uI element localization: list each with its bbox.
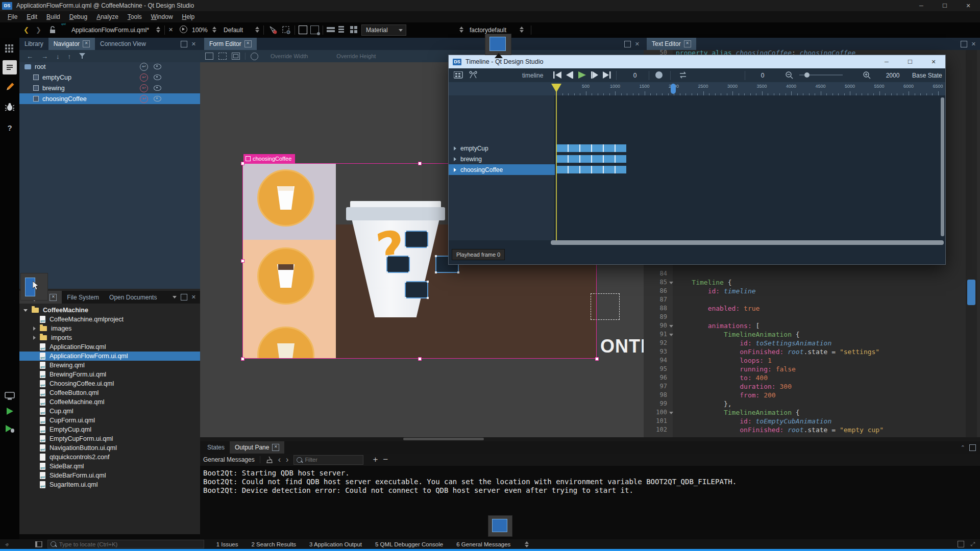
zoom-level[interactable]: 100% [192, 27, 208, 34]
collapsed-arrow-icon[interactable] [454, 146, 456, 151]
close-document-icon[interactable]: ✕ [168, 27, 173, 33]
preview-icon[interactable] [180, 26, 187, 33]
track-choosingCoffee[interactable]: choosingCoffee [449, 164, 555, 175]
collapsed-arrow-icon[interactable] [33, 336, 36, 340]
float-panel-icon[interactable] [181, 294, 187, 300]
export-icon[interactable]: ↩ [140, 73, 148, 82]
float-panel-icon[interactable] [624, 41, 631, 47]
clear-icon[interactable] [265, 456, 273, 464]
locator-input[interactable]: Type to locate (Ctrl+K) [47, 540, 204, 548]
tab-output-pane[interactable]: Output Pane✕ [230, 441, 284, 454]
no-snapping-icon[interactable] [205, 53, 213, 60]
close-icon[interactable]: ✕ [50, 294, 57, 301]
tab-open-documents[interactable]: Open Documents [104, 291, 162, 304]
selection-handle[interactable] [418, 162, 422, 165]
help-icon[interactable]: ? [3, 120, 17, 135]
columns-icon[interactable] [327, 26, 335, 33]
debug-bug-icon[interactable] [3, 100, 17, 114]
tab-form-editor[interactable]: Form Editor✕ [204, 38, 257, 50]
project-file-EmptyCup.qml[interactable]: EmptyCup.qml [19, 425, 200, 434]
selection-handle[interactable] [241, 357, 244, 361]
project-file-SideBarForm.ui.qml[interactable]: SideBarForm.ui.qml [19, 471, 200, 480]
project-file-images[interactable]: images [19, 324, 200, 333]
welcome-grid-icon[interactable] [3, 42, 17, 56]
progress-details-icon[interactable]: » [3, 540, 11, 548]
timeline-name[interactable]: timeline [522, 72, 543, 79]
project-file-SideBar.qml[interactable]: SideBar.qml [19, 462, 200, 471]
editor-scrollbar[interactable] [966, 50, 977, 437]
canvas-hscrollbar[interactable] [200, 437, 980, 441]
selection-handle[interactable] [241, 259, 244, 263]
keyframe-bar[interactable] [556, 155, 626, 163]
snap-margins-icon[interactable] [232, 53, 240, 60]
zoom-out-icon[interactable] [786, 71, 793, 79]
navigator-row-brewing[interactable]: brewing ↩ [19, 83, 200, 93]
lock-icon[interactable] [49, 26, 56, 34]
minimize-icon[interactable]: ─ [875, 56, 898, 67]
track-brewing[interactable]: brewing [449, 154, 555, 164]
timeline-vscrollbar[interactable] [941, 97, 944, 236]
menu-file[interactable]: File [3, 12, 22, 21]
expand-output-icon[interactable]: ⤢ [970, 541, 975, 547]
kit-stepper[interactable] [459, 27, 463, 33]
curve-editor-icon[interactable] [469, 71, 478, 79]
bounding-rect-icon[interactable] [299, 26, 307, 34]
keyframe-bar[interactable] [556, 144, 626, 152]
project-file-SugarItem.ui.qml[interactable]: SugarItem.ui.qml [19, 480, 200, 489]
tab-states[interactable]: States [202, 441, 230, 454]
navigator-row-root[interactable]: root ↩ [19, 61, 200, 72]
export-icon[interactable]: ↩ [140, 63, 148, 71]
hscrollbar-handle[interactable] [403, 438, 484, 440]
selection-handle[interactable] [241, 162, 244, 165]
close-panel-icon[interactable]: ✕ [191, 294, 196, 300]
pane-button-6-general-messages[interactable]: 6 General Messages [456, 541, 510, 547]
zoom-in-icon[interactable] [863, 71, 871, 79]
close-icon[interactable]: ✕ [272, 444, 279, 451]
fold-arrow-icon[interactable] [669, 334, 673, 336]
next-item-icon[interactable]: › [286, 455, 288, 464]
close-icon[interactable]: ✕ [684, 40, 691, 47]
end-frame-field[interactable]: 2000 [883, 72, 903, 79]
export-icon[interactable]: ↩ [140, 84, 148, 92]
tab-connection-view[interactable]: Connection View [95, 38, 151, 50]
project-file-ChoosingCoffee.ui.qml[interactable]: ChoosingCoffee.ui.qml [19, 379, 200, 388]
end-marker[interactable] [671, 84, 676, 94]
device-monitor-icon[interactable] [3, 389, 17, 403]
snap-rect-icon[interactable] [310, 26, 319, 34]
pane-stepper[interactable] [525, 541, 529, 547]
toggle-sidebar-icon[interactable] [35, 541, 42, 547]
zoom-out-icon[interactable]: − [383, 455, 388, 465]
visibility-eye-icon[interactable] [154, 74, 161, 80]
selection-handle[interactable] [418, 357, 422, 361]
minimize-icon[interactable]: ─ [910, 0, 933, 11]
close-icon[interactable]: ✕ [244, 40, 252, 47]
float-panel-icon[interactable] [969, 444, 976, 451]
timeline-ruler[interactable]: 5001000150020002500300035004000450050005… [449, 82, 945, 95]
grid-layout-icon[interactable] [350, 26, 358, 33]
close-icon[interactable]: ✕ [83, 40, 90, 47]
play-icon[interactable] [578, 71, 586, 79]
project-file-qtquickcontrols2.conf[interactable]: qtquickcontrols2.conf [19, 453, 200, 462]
timeline-window[interactable]: DS Timeline - Qt Design Studio ─ ☐ ✕ tim… [448, 55, 946, 265]
maximize-icon[interactable]: ☐ [898, 56, 922, 67]
current-document[interactable]: ApplicationFlowForm.ui.qml* [71, 27, 149, 34]
timeline-hscrollbar[interactable] [551, 240, 944, 245]
visibility-eye-icon[interactable] [154, 85, 161, 91]
navigator-row-emptyCup[interactable]: emptyCup ↩ [19, 72, 200, 83]
close-panel-icon[interactable]: ✕ [971, 41, 976, 47]
tab-navigator[interactable]: Navigator✕ [48, 38, 95, 50]
zoom-slider[interactable] [799, 74, 843, 76]
progress-icon[interactable] [958, 541, 964, 547]
float-panel-icon[interactable] [961, 41, 967, 47]
navigator-row-choosingCoffee[interactable]: choosingCoffee ↩ [19, 93, 200, 104]
project-file-ApplicationFlow.qml[interactable]: ApplicationFlow.qml [19, 342, 200, 352]
menu-build[interactable]: Build [42, 12, 65, 21]
close-icon[interactable]: ✕ [957, 0, 980, 11]
project-file-NavigationButton.ui.qml[interactable]: NavigationButton.ui.qml [19, 443, 200, 453]
prev-frame-icon[interactable] [566, 71, 573, 79]
edit-mode-icon[interactable] [3, 60, 17, 74]
current-frame-field[interactable]: 0 [625, 72, 645, 79]
tab-library[interactable]: Library [19, 38, 48, 50]
playhead-marker[interactable] [551, 84, 561, 92]
selection-handle[interactable] [595, 357, 599, 361]
